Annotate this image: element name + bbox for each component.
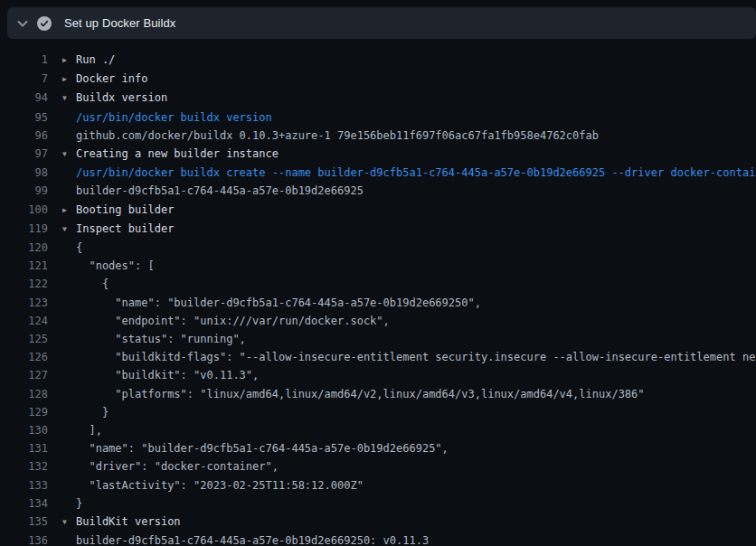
log-line: 97 ▼Creating a new builder instance xyxy=(0,145,756,164)
log-line: 120 { xyxy=(0,239,756,257)
line-number[interactable]: 121 xyxy=(0,257,48,275)
log-line: 124 "endpoint": "unix:///var/run/docker.… xyxy=(0,312,756,330)
group-toggle-icon[interactable]: ▶ xyxy=(62,202,76,220)
log-text: "name": "builder-d9cfb5a1-c764-445a-a57e… xyxy=(76,442,449,455)
line-number[interactable]: 135 xyxy=(0,513,48,532)
log-text: github.com/docker/buildx 0.10.3+azure-1 … xyxy=(76,129,599,142)
line-number[interactable]: 120 xyxy=(0,239,48,257)
line-number[interactable]: 126 xyxy=(0,348,48,366)
log-text: "status": "running", xyxy=(76,333,246,345)
log-text: builder-d9cfb5a1-c764-445a-a57e-0b19d2e6… xyxy=(76,534,429,546)
line-number[interactable]: 7 xyxy=(0,70,48,89)
step-header[interactable]: Set up Docker Buildx xyxy=(7,7,756,39)
group-toggle-icon[interactable]: ▼ xyxy=(62,221,76,239)
log-line: 100 ▶Booting builder xyxy=(0,201,756,220)
log-line: 96 github.com/docker/buildx 0.10.3+azure… xyxy=(0,127,756,145)
log-line: 123 "name": "builder-d9cfb5a1-c764-445a-… xyxy=(0,294,756,312)
line-number[interactable]: 136 xyxy=(0,532,48,546)
log-text: /usr/bin/docker buildx create --name bui… xyxy=(76,166,756,179)
line-number[interactable]: 94 xyxy=(0,89,48,108)
line-number[interactable]: 124 xyxy=(0,312,48,330)
log-line: 121 "nodes": [ xyxy=(0,257,756,275)
log-text: "lastActivity": "2023-02-25T11:58:12.000… xyxy=(76,479,364,492)
line-number[interactable]: 97 xyxy=(0,145,48,164)
log-line: 7 ▶Docker info xyxy=(0,70,756,89)
line-number[interactable]: 99 xyxy=(0,182,48,200)
log-line: 94 ▼Buildx version xyxy=(0,89,756,108)
log-text: Buildx version xyxy=(76,91,167,104)
log-text: BuildKit version xyxy=(76,515,181,528)
step-title: Set up Docker Buildx xyxy=(64,16,175,30)
log-line: 99 builder-d9cfb5a1-c764-445a-a57e-0b19d… xyxy=(0,182,756,200)
log-text: "platforms": "linux/amd64,linux/amd64/v2… xyxy=(76,388,645,400)
line-number[interactable]: 134 xyxy=(0,494,48,513)
log-line: 122 { xyxy=(0,275,756,293)
group-toggle-icon[interactable]: ▼ xyxy=(62,513,76,532)
group-toggle-icon[interactable]: ▼ xyxy=(62,146,76,164)
line-number[interactable]: 1 xyxy=(0,51,48,70)
log-line: 134 } xyxy=(0,494,756,513)
log-text: } xyxy=(76,497,82,510)
log-text: Docker info xyxy=(76,72,147,85)
line-number[interactable]: 95 xyxy=(0,108,48,127)
group-toggle-icon[interactable]: ▶ xyxy=(62,52,76,70)
line-number[interactable]: 129 xyxy=(0,403,48,421)
check-circle-icon xyxy=(37,16,52,31)
log-line: 119 ▼Inspect builder xyxy=(0,220,756,239)
log-line: 1 ▶Run ./ xyxy=(0,51,756,70)
line-number[interactable]: 98 xyxy=(0,164,48,182)
log-line: 126 "buildkitd-flags": "--allow-insecure… xyxy=(0,348,756,366)
log-line: 129 } xyxy=(0,403,756,421)
chevron-down-icon[interactable] xyxy=(15,16,30,31)
line-number[interactable]: 122 xyxy=(0,275,48,293)
log-line: 127 "buildkit": "v0.11.3", xyxy=(0,366,756,384)
log-text: Inspect builder xyxy=(76,222,174,235)
log-text: "endpoint": "unix:///var/run/docker.sock… xyxy=(76,315,390,327)
log-text: "buildkitd-flags": "--allow-insecure-ent… xyxy=(76,351,756,363)
log-line: 95 /usr/bin/docker buildx version xyxy=(0,108,756,127)
log-text: } xyxy=(76,406,109,419)
log-text: { xyxy=(76,241,82,254)
line-number[interactable]: 128 xyxy=(0,385,48,403)
log-line: 133 "lastActivity": "2023-02-25T11:58:12… xyxy=(0,476,756,494)
log-line: 130 ], xyxy=(0,421,756,439)
log-text: "name": "builder-d9cfb5a1-c764-445a-a57e… xyxy=(76,297,481,309)
log-line: 131 "name": "builder-d9cfb5a1-c764-445a-… xyxy=(0,439,756,457)
log-text: { xyxy=(76,278,109,290)
log-text: "buildkit": "v0.11.3", xyxy=(76,369,259,381)
log-container: 1 ▶Run ./ 7 ▶Docker info 94 ▼Buildx vers… xyxy=(0,39,756,546)
log-text: "driver": "docker-container", xyxy=(76,460,279,473)
line-number[interactable]: 133 xyxy=(0,476,48,494)
log-text: "nodes": [ xyxy=(76,259,155,272)
log-text: /usr/bin/docker buildx version xyxy=(76,111,272,124)
line-number[interactable]: 131 xyxy=(0,439,48,457)
line-number[interactable]: 132 xyxy=(0,457,48,475)
line-number[interactable]: 125 xyxy=(0,330,48,348)
line-number[interactable]: 130 xyxy=(0,421,48,439)
log-line: 125 "status": "running", xyxy=(0,330,756,348)
line-number[interactable]: 100 xyxy=(0,201,48,220)
log-line: 135 ▼BuildKit version xyxy=(0,513,756,532)
log-line: 98 /usr/bin/docker buildx create --name … xyxy=(0,164,756,182)
log-line: 128 "platforms": "linux/amd64,linux/amd6… xyxy=(0,385,756,403)
line-number[interactable]: 119 xyxy=(0,220,48,239)
group-toggle-icon[interactable]: ▶ xyxy=(62,71,76,89)
line-number[interactable]: 123 xyxy=(0,294,48,312)
log-line: 136 builder-d9cfb5a1-c764-445a-a57e-0b19… xyxy=(0,532,756,546)
log-line: 132 "driver": "docker-container", xyxy=(0,457,756,475)
log-text: ], xyxy=(76,424,102,437)
line-number[interactable]: 127 xyxy=(0,366,48,384)
log-text: Booting builder xyxy=(76,203,174,216)
log-text: builder-d9cfb5a1-c764-445a-a57e-0b19d2e6… xyxy=(76,184,364,197)
line-number[interactable]: 96 xyxy=(0,127,48,145)
log-text: Run ./ xyxy=(76,53,115,66)
log-text: Creating a new builder instance xyxy=(76,147,279,160)
group-toggle-icon[interactable]: ▼ xyxy=(62,89,76,108)
